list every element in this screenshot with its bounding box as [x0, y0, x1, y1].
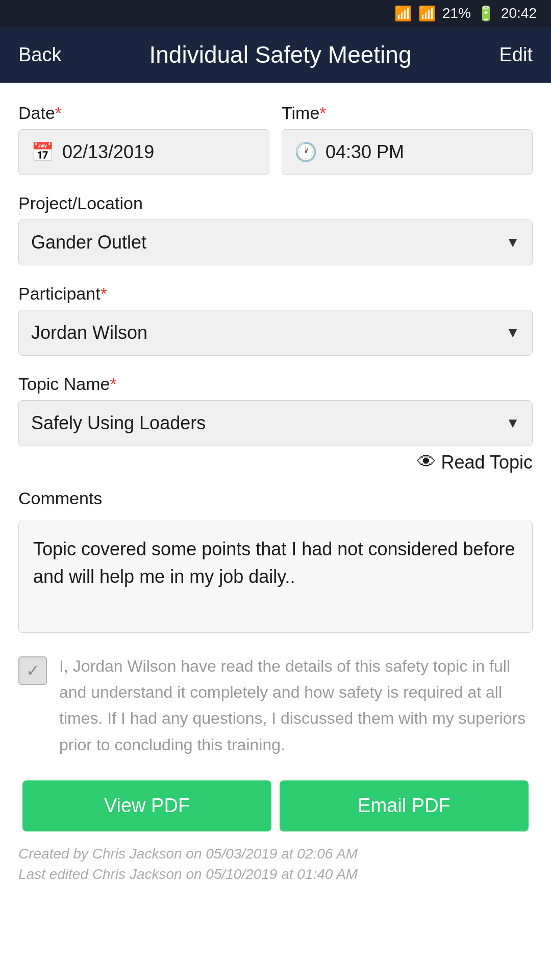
time-label: Time*: [282, 103, 533, 123]
project-chevron-icon: ▼: [506, 234, 520, 251]
date-group: Date* 📅 02/13/2019: [18, 103, 269, 175]
created-text: Created by Chris Jackson on 05/03/2019 a…: [0, 844, 551, 864]
topic-label: Topic Name*: [18, 374, 533, 394]
participant-value: Jordan Wilson: [31, 322, 147, 344]
wifi-icon: 📶: [394, 5, 412, 22]
back-button[interactable]: Back: [18, 44, 61, 66]
clock-icon: 🕐: [294, 141, 317, 163]
view-pdf-button[interactable]: View PDF: [22, 780, 271, 831]
participant-required: *: [101, 284, 107, 303]
topic-required: *: [110, 374, 117, 394]
calendar-icon: 📅: [31, 141, 54, 163]
comments-value: Topic covered some points that I had not…: [33, 538, 515, 587]
edited-text: Last edited Chris Jackson on 05/10/2019 …: [0, 864, 551, 885]
comments-group: Comments Topic covered some points that …: [18, 488, 533, 633]
date-input[interactable]: 📅 02/13/2019: [18, 129, 269, 175]
project-select[interactable]: Gander Outlet ▼: [18, 219, 533, 265]
topic-group: Topic Name* Safely Using Loaders ▼: [18, 374, 533, 446]
comments-label: Comments: [18, 488, 533, 508]
time-value: 04:30 PM: [325, 141, 404, 163]
consent-section: ✓ I, Jordan Wilson have read the details…: [0, 633, 551, 770]
status-icons: 📶 📶 21% 🔋 20:42: [394, 5, 537, 22]
signal-icon: 📶: [418, 5, 436, 22]
status-bar: 📶 📶 21% 🔋 20:42: [0, 0, 551, 27]
battery-icon: 🔋: [477, 5, 495, 22]
topic-select[interactable]: Safely Using Loaders ▼: [18, 400, 533, 446]
project-value: Gander Outlet: [31, 232, 146, 253]
date-required: *: [55, 103, 62, 122]
page-title: Individual Safety Meeting: [149, 41, 412, 68]
participant-group: Participant* Jordan Wilson ▼: [18, 284, 533, 356]
edit-button[interactable]: Edit: [499, 44, 533, 66]
clock-time: 20:42: [501, 5, 537, 21]
eye-icon: 👁: [417, 451, 436, 473]
topic-value: Safely Using Loaders: [31, 412, 206, 434]
read-topic-label: Read Topic: [441, 452, 533, 473]
date-label: Date*: [18, 103, 269, 123]
consent-checkbox[interactable]: ✓: [18, 656, 47, 685]
battery-level: 21%: [442, 5, 471, 21]
form-area: Date* 📅 02/13/2019 Time* 🕐 04:30 PM Proj…: [0, 83, 551, 633]
email-pdf-button[interactable]: Email PDF: [280, 780, 529, 831]
project-label: Project/Location: [18, 193, 533, 213]
time-input[interactable]: 🕐 04:30 PM: [282, 129, 533, 175]
date-time-row: Date* 📅 02/13/2019 Time* 🕐 04:30 PM: [18, 103, 533, 175]
header: Back Individual Safety Meeting Edit: [0, 27, 551, 83]
checkbox-check-icon: ✓: [26, 661, 40, 680]
read-topic-row: 👁 Read Topic: [18, 451, 533, 473]
topic-chevron-icon: ▼: [506, 415, 520, 431]
participant-select[interactable]: Jordan Wilson ▼: [18, 310, 533, 356]
project-group: Project/Location Gander Outlet ▼: [18, 193, 533, 265]
bottom-buttons: View PDF Email PDF: [0, 770, 551, 844]
comments-textarea[interactable]: Topic covered some points that I had not…: [18, 521, 533, 633]
date-value: 02/13/2019: [62, 141, 154, 163]
read-topic-button[interactable]: 👁 Read Topic: [417, 451, 533, 473]
participant-label: Participant*: [18, 284, 533, 304]
consent-text: I, Jordan Wilson have read the details o…: [59, 653, 533, 758]
time-group: Time* 🕐 04:30 PM: [282, 103, 533, 175]
participant-chevron-icon: ▼: [506, 325, 520, 341]
time-required: *: [319, 103, 326, 122]
